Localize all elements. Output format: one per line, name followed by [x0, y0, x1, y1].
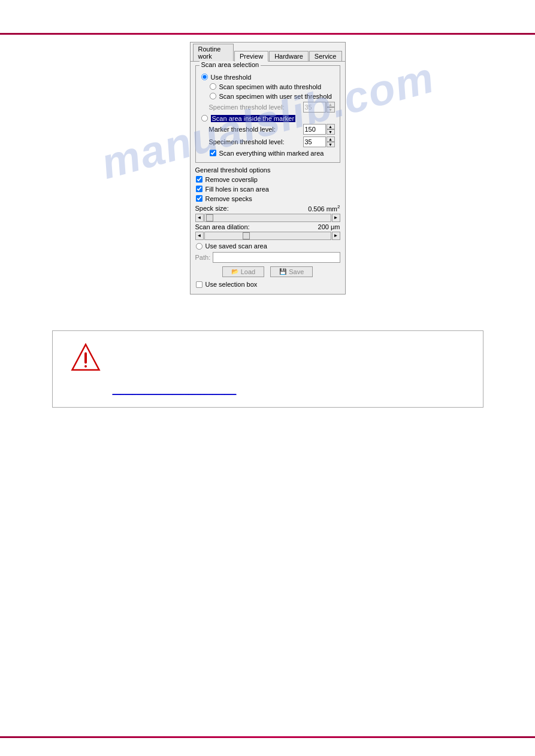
- scan-inside-marker-radio-item: Scan area inside the marker: [201, 114, 335, 122]
- group-title: Scan area selection: [200, 61, 261, 68]
- bottom-decorative-line: [0, 736, 535, 738]
- scan-dilation-thumb[interactable]: [243, 232, 250, 239]
- remove-coverslip-checkbox[interactable]: [195, 176, 202, 183]
- speck-size-left-arrow[interactable]: ◄: [195, 214, 204, 222]
- tab-preview[interactable]: Preview: [234, 51, 268, 62]
- speck-size-track[interactable]: [204, 214, 331, 222]
- use-threshold-radio-item: Use threshold: [201, 73, 335, 81]
- use-saved-radio[interactable]: [195, 243, 202, 250]
- scan-user-radio[interactable]: [209, 93, 216, 99]
- path-label: Path:: [195, 254, 211, 261]
- scan-inside-marker-radio[interactable]: [201, 115, 207, 122]
- warning-icon: [71, 343, 101, 373]
- marker-threshold-row: Marker threshold level: ▲ ▼: [209, 124, 335, 135]
- scan-dilation-row: Scan area dilation: 200 μm: [195, 223, 340, 230]
- specimen-threshold-up[interactable]: ▲: [327, 136, 335, 142]
- specimen-threshold-disabled-down: ▼: [327, 107, 335, 113]
- marker-threshold-spin-btns: ▲ ▼: [327, 124, 335, 135]
- specimen-threshold-disabled-input: [303, 102, 326, 113]
- scan-everything-checkbox-item: Scan everything within marked area: [209, 149, 335, 157]
- speck-size-row: Speck size: 0.506 mm2: [195, 204, 340, 212]
- remove-specks-checkbox[interactable]: [195, 195, 202, 202]
- save-icon: 💾: [279, 268, 286, 275]
- use-selection-box-item: Use selection box: [195, 281, 340, 289]
- tab-service[interactable]: Service: [309, 51, 342, 61]
- general-threshold-title: General threshold options: [195, 166, 340, 174]
- specimen-threshold-down[interactable]: ▼: [327, 142, 335, 147]
- scan-dilation-track[interactable]: [204, 232, 331, 240]
- scan-everything-checkbox[interactable]: [209, 150, 216, 156]
- tabs-row: Routine work Preview Hardware Service: [191, 42, 345, 62]
- remove-specks-item: Remove specks: [195, 195, 340, 202]
- speck-size-thumb[interactable]: [206, 214, 213, 221]
- use-threshold-radio[interactable]: [201, 74, 207, 80]
- scan-dilation-value: 200 μm: [252, 223, 340, 230]
- scan-auto-radio-item: Scan specimen with auto threshold: [209, 83, 335, 90]
- marker-threshold-spinbox: ▲ ▼: [303, 124, 335, 135]
- scan-dilation-right-arrow[interactable]: ►: [332, 232, 340, 240]
- specimen-threshold-spin-btns: ▲ ▼: [327, 136, 335, 147]
- speck-size-value: 0.506 mm2: [231, 204, 340, 212]
- fill-holes-item: Fill holes in scan area: [195, 185, 340, 193]
- svg-point-2: [84, 365, 87, 368]
- scan-user-radio-item: Scan specimen with user set threshold: [209, 92, 335, 100]
- tab-routine-work[interactable]: Routine work: [193, 44, 234, 61]
- tab-hardware[interactable]: Hardware: [269, 51, 309, 61]
- path-input[interactable]: [213, 252, 340, 263]
- use-selection-box-checkbox[interactable]: [195, 281, 202, 288]
- scan-auto-radio[interactable]: [209, 83, 216, 90]
- specimen-threshold-disabled-spin-btns: ▲ ▼: [327, 102, 335, 113]
- specimen-threshold-label: Specimen threshold level:: [209, 138, 303, 145]
- marker-threshold-up[interactable]: ▲: [327, 124, 335, 129]
- load-save-btn-row: 📂 Load 💾 Save: [195, 266, 340, 277]
- specimen-threshold-disabled-row: Specimen threshold level: ▲ ▼: [209, 102, 335, 113]
- marker-threshold-input[interactable]: [303, 124, 326, 135]
- marker-threshold-label: Marker threshold level:: [209, 126, 303, 133]
- scan-inside-marker-label: Scan area inside the marker: [211, 115, 296, 122]
- warning-box: _______________________________: [52, 330, 483, 408]
- speck-size-slider-container: ◄ ►: [195, 214, 340, 222]
- specimen-threshold-row: Specimen threshold level: ▲ ▼: [209, 136, 335, 147]
- path-row: Path:: [195, 252, 340, 263]
- scan-area-selection-group: Scan area selection Use threshold Scan s…: [195, 65, 340, 163]
- remove-coverslip-item: Remove coverslip: [195, 175, 340, 183]
- specimen-threshold-disabled-up: ▲: [327, 102, 335, 107]
- specimen-threshold-spinbox: ▲ ▼: [303, 136, 335, 147]
- speck-size-right-arrow[interactable]: ►: [332, 214, 340, 222]
- speck-size-label: Speck size:: [195, 205, 229, 212]
- scan-dilation-label: Scan area dilation:: [195, 223, 250, 230]
- specimen-threshold-input[interactable]: [303, 136, 326, 147]
- warning-content: _______________________________: [113, 343, 465, 396]
- panel-body: Scan area selection Use threshold Scan s…: [191, 62, 345, 294]
- save-button[interactable]: 💾 Save: [270, 266, 313, 277]
- load-icon: 📂: [231, 268, 238, 275]
- specimen-threshold-disabled-label: Specimen threshold level:: [209, 104, 303, 111]
- specimen-threshold-disabled-spinbox: ▲ ▼: [303, 102, 335, 113]
- use-saved-radio-item: Use saved scan area: [195, 242, 340, 250]
- scan-dilation-left-arrow[interactable]: ◄: [195, 232, 204, 240]
- dialog-panel: Routine work Preview Hardware Service Sc…: [190, 42, 346, 294]
- fill-holes-checkbox[interactable]: [195, 186, 202, 192]
- top-decorative-line: [0, 33, 535, 35]
- scan-dilation-slider-container: ◄ ►: [195, 232, 340, 240]
- marker-threshold-down[interactable]: ▼: [327, 129, 335, 135]
- warning-link[interactable]: _______________________________: [113, 387, 237, 395]
- load-button[interactable]: 📂 Load: [222, 266, 264, 277]
- warning-text: [113, 343, 465, 378]
